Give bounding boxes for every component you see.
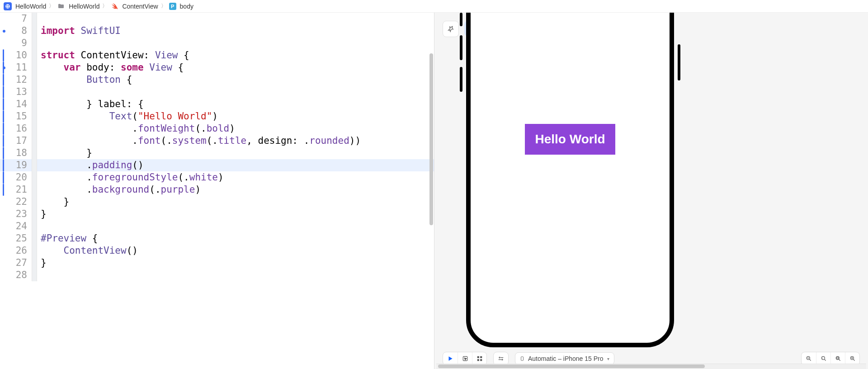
- code-text[interactable]: ContentView(): [37, 245, 434, 257]
- code-line[interactable]: 15 Text("Hello World"): [0, 110, 434, 123]
- line-number[interactable]: 26: [0, 245, 32, 257]
- line-number[interactable]: 19: [0, 159, 32, 171]
- fold-ribbon[interactable]: [32, 159, 37, 171]
- code-text[interactable]: }: [37, 147, 434, 159]
- line-number[interactable]: 10: [0, 49, 32, 62]
- jump-bar[interactable]: HelloWorld 〉 HelloWorld 〉 ContentView 〉 …: [0, 0, 868, 13]
- code-text[interactable]: [37, 269, 434, 281]
- code-text[interactable]: }: [37, 208, 434, 220]
- line-number[interactable]: 12: [0, 74, 32, 86]
- fold-ribbon[interactable]: [32, 208, 37, 220]
- fold-ribbon[interactable]: [32, 196, 37, 208]
- code-line[interactable]: 14 } label: {: [0, 98, 434, 110]
- line-number[interactable]: 25: [0, 232, 32, 245]
- code-text[interactable]: var body: some View {: [37, 62, 434, 74]
- code-line[interactable]: 19 .padding(): [0, 159, 434, 171]
- source-editor[interactable]: 78import SwiftUI910struct ContentView: V…: [0, 13, 434, 369]
- line-number[interactable]: 22: [0, 196, 32, 208]
- code-text[interactable]: [37, 37, 434, 49]
- editor-scrollbar[interactable]: [429, 53, 433, 225]
- code-line[interactable]: 18 }: [0, 147, 434, 159]
- code-line[interactable]: 23}: [0, 208, 434, 220]
- code-text[interactable]: .background(.purple): [37, 184, 434, 196]
- code-text[interactable]: [37, 220, 434, 232]
- line-number[interactable]: 20: [0, 171, 32, 184]
- zoom-fit-button[interactable]: [830, 352, 845, 365]
- fold-ribbon[interactable]: [32, 147, 37, 159]
- breadcrumb-folder[interactable]: HelloWorld: [69, 3, 99, 10]
- fold-ribbon[interactable]: [32, 110, 37, 123]
- line-number[interactable]: 24: [0, 220, 32, 232]
- line-number[interactable]: 17: [0, 135, 32, 147]
- code-text[interactable]: [37, 86, 434, 98]
- fold-ribbon[interactable]: [32, 62, 37, 74]
- zoom-in-button[interactable]: [845, 352, 859, 365]
- fold-ribbon[interactable]: [32, 232, 37, 245]
- code-line[interactable]: 21 .background(.purple): [0, 184, 434, 196]
- code-text[interactable]: .foregroundStyle(.white): [37, 171, 434, 184]
- code-text[interactable]: .font(.system(.title, design: .rounded)): [37, 135, 434, 147]
- preview-horizontal-scrollbar-track[interactable]: [436, 364, 866, 369]
- code-text[interactable]: Text("Hello World"): [37, 110, 434, 123]
- fold-ribbon[interactable]: [32, 269, 37, 281]
- code-text[interactable]: struct ContentView: View {: [37, 49, 434, 62]
- line-number[interactable]: 11: [0, 62, 32, 74]
- fold-ribbon[interactable]: [32, 98, 37, 110]
- fold-ribbon[interactable]: [32, 184, 37, 196]
- code-text[interactable]: import SwiftUI: [37, 25, 434, 37]
- code-line[interactable]: 9: [0, 37, 434, 49]
- code-text[interactable]: }: [37, 196, 434, 208]
- fold-ribbon[interactable]: [32, 245, 37, 257]
- fold-ribbon[interactable]: [32, 13, 37, 25]
- line-number[interactable]: 18: [0, 147, 32, 159]
- code-line[interactable]: 25#Preview {: [0, 232, 434, 245]
- fold-ribbon[interactable]: [32, 49, 37, 62]
- pin-preview-button[interactable]: [443, 21, 459, 37]
- line-number[interactable]: 14: [0, 98, 32, 110]
- code-line[interactable]: 12 Button {: [0, 74, 434, 86]
- line-number[interactable]: 27: [0, 257, 32, 269]
- line-number[interactable]: 23: [0, 208, 32, 220]
- zoom-100-button[interactable]: 1: [816, 352, 830, 365]
- fold-ribbon[interactable]: [32, 135, 37, 147]
- line-number[interactable]: 9: [0, 37, 32, 49]
- preview-canvas[interactable]: ContentView Hello World: [434, 13, 868, 369]
- zoom-out-button[interactable]: [802, 352, 816, 365]
- code-line[interactable]: 24: [0, 220, 434, 232]
- code-line[interactable]: 26 ContentView(): [0, 245, 434, 257]
- fold-ribbon[interactable]: [32, 74, 37, 86]
- breadcrumb-project[interactable]: HelloWorld: [15, 3, 46, 10]
- line-number[interactable]: 21: [0, 184, 32, 196]
- code-text[interactable]: } label: {: [37, 98, 434, 110]
- fold-ribbon[interactable]: [32, 25, 37, 37]
- line-number[interactable]: 7: [0, 13, 32, 25]
- code-text[interactable]: #Preview {: [37, 232, 434, 245]
- code-text[interactable]: .fontWeight(.bold): [37, 123, 434, 135]
- code-line[interactable]: 7: [0, 13, 434, 25]
- code-line[interactable]: 22 }: [0, 196, 434, 208]
- selectable-preview-button[interactable]: [458, 352, 472, 365]
- live-preview-button[interactable]: [443, 352, 458, 365]
- fold-ribbon[interactable]: [32, 220, 37, 232]
- code-line[interactable]: 10struct ContentView: View {: [0, 49, 434, 62]
- code-line[interactable]: 20 .foregroundStyle(.white): [0, 171, 434, 184]
- fold-ribbon[interactable]: [32, 123, 37, 135]
- line-number[interactable]: 28: [0, 269, 32, 281]
- code-line[interactable]: 17 .font(.system(.title, design: .rounde…: [0, 135, 434, 147]
- line-number[interactable]: 16: [0, 123, 32, 135]
- fold-ribbon[interactable]: [32, 257, 37, 269]
- code-line[interactable]: 16 .fontWeight(.bold): [0, 123, 434, 135]
- device-settings-button[interactable]: [494, 352, 508, 365]
- fold-ribbon[interactable]: [32, 171, 37, 184]
- breadcrumb-file[interactable]: ContentView: [122, 3, 158, 10]
- code-line[interactable]: 27}: [0, 257, 434, 269]
- fold-ribbon[interactable]: [32, 37, 37, 49]
- line-number[interactable]: 13: [0, 86, 32, 98]
- device-selector[interactable]: Automatic – iPhone 15 Pro ▾: [515, 352, 614, 365]
- line-number[interactable]: 8: [0, 25, 32, 37]
- code-text[interactable]: .padding(): [37, 159, 434, 171]
- variants-button[interactable]: [472, 352, 486, 365]
- fold-ribbon[interactable]: [32, 86, 37, 98]
- code-line[interactable]: 28: [0, 269, 434, 281]
- code-text[interactable]: }: [37, 257, 434, 269]
